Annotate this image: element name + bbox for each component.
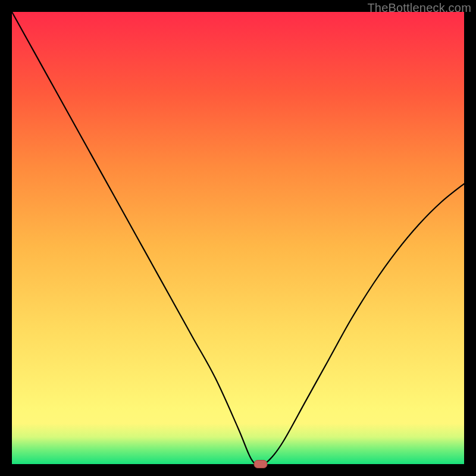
- watermark-text: TheBottleneck.com: [367, 1, 471, 15]
- optimal-marker: [254, 461, 267, 468]
- chart-frame: TheBottleneck.com: [0, 0, 476, 476]
- chart-svg: [12, 12, 464, 464]
- bottleneck-curve: [12, 12, 464, 464]
- plot-area: [12, 12, 464, 464]
